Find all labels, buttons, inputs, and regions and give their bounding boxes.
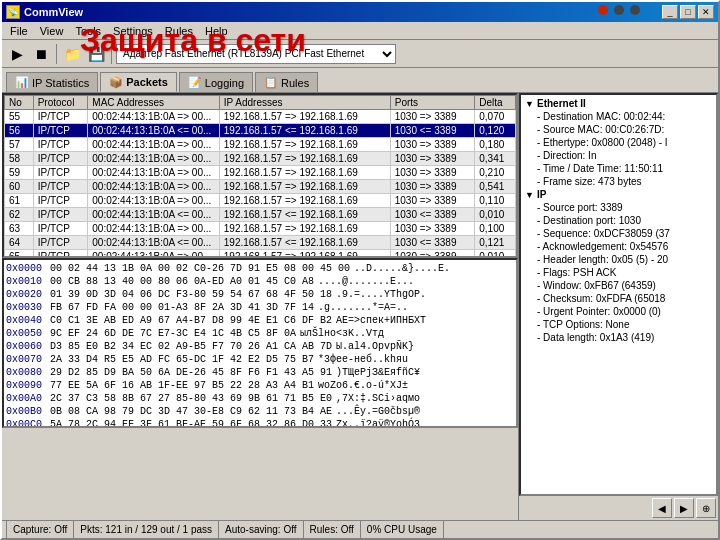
- rpanel-btn-2[interactable]: ▶: [674, 498, 694, 518]
- table-cell: 1030 => 3389: [390, 138, 475, 152]
- rpanel-btn-1[interactable]: ◀: [652, 498, 672, 518]
- packet-table-container[interactable]: No Protocol MAC Addresses IP Addresses P…: [2, 93, 518, 258]
- save-button[interactable]: 💾: [85, 43, 107, 65]
- tree-item: - Direction: In: [523, 149, 714, 162]
- tree-item: - Acknowledgement: 0x54576: [523, 240, 714, 253]
- table-row[interactable]: 62IP/TCP00:02:44:13:1B:0A <= 00...192.16…: [5, 208, 516, 222]
- table-cell: 55: [5, 110, 34, 124]
- tab-ip-statistics[interactable]: 📊 IP Statistics: [6, 72, 98, 92]
- hex-ascii: *3фее-неб..khяu: [318, 353, 408, 366]
- tab-logging[interactable]: 📝 Logging: [179, 72, 253, 92]
- tree-item: - Window: 0xFB67 (64359): [523, 279, 714, 292]
- hex-bytes: 29 D2 85 D9 BA 50 6A DE-26 45 8F F6 F1 4…: [50, 366, 332, 379]
- hex-ascii: .g.......*=A=..: [318, 301, 408, 314]
- hex-ascii: Ы.аl4.ОрvрÑK}: [336, 340, 414, 353]
- right-panel-buttons: ◀ ▶ ⊕: [519, 496, 718, 520]
- hex-address: 0x0010: [6, 275, 46, 288]
- table-row[interactable]: 56IP/TCP00:02:44:13:1B:0A <= 00...192.16…: [5, 124, 516, 138]
- table-cell: 192.168.1.57 => 192.168.1.69: [219, 152, 390, 166]
- table-cell: 0,121: [475, 236, 516, 250]
- table-cell: 1030 <= 3389: [390, 124, 475, 138]
- tab-packets-label: Packets: [126, 76, 168, 88]
- open-button[interactable]: 📁: [61, 43, 83, 65]
- menu-file[interactable]: File: [4, 23, 34, 39]
- tree-section-header[interactable]: ▼Ethernet II: [523, 97, 714, 110]
- table-cell: 192.168.1.57 => 192.168.1.69: [219, 180, 390, 194]
- close-button[interactable]: ✕: [698, 5, 714, 19]
- table-row[interactable]: 63IP/TCP00:02:44:13:1B:0A => 00...192.16…: [5, 222, 516, 236]
- tree-item: - Flags: PSH ACK: [523, 266, 714, 279]
- menu-help[interactable]: Help: [199, 23, 234, 39]
- status-pkts: Pkts: 121 in / 129 out / 1 pass: [74, 521, 219, 538]
- tree-item: - Destination port: 1030: [523, 214, 714, 227]
- table-cell: 00:02:44:13:1B:0A <= 00...: [88, 124, 219, 138]
- table-row[interactable]: 60IP/TCP00:02:44:13:1B:0A => 00...192.16…: [5, 180, 516, 194]
- table-cell: 0,180: [475, 138, 516, 152]
- tree-item-value: Frame size: 473 bytes: [543, 176, 641, 187]
- table-cell: 0,120: [475, 124, 516, 138]
- table-row[interactable]: 64IP/TCP00:02:44:13:1B:0A <= 00...192.16…: [5, 236, 516, 250]
- tab-ip-statistics-label: IP Statistics: [32, 77, 89, 89]
- table-cell: IP/TCP: [33, 236, 88, 250]
- tree-item-value: Urgent Pointer: 0x0000 (0): [543, 306, 661, 317]
- hex-line: 0x00B00B 08 CA 98 79 DC 3D 47 30-E8 C9 6…: [6, 405, 514, 418]
- hex-dump[interactable]: 0x000000 02 44 13 1B 0A 00 02 C0-26 7D 9…: [2, 258, 518, 428]
- table-row[interactable]: 59IP/TCP00:02:44:13:1B:0A => 00...192.16…: [5, 166, 516, 180]
- adapter-select[interactable]: Адаптер Fast Ethernet (RTL8139A) PCI Fas…: [116, 44, 396, 64]
- table-row[interactable]: 57IP/TCP00:02:44:13:1B:0A => 00...192.16…: [5, 138, 516, 152]
- hex-bytes: 5A 78 2C 94 EF 3F 61 BF-AE 59 6F 68 32 8…: [50, 418, 332, 428]
- table-row[interactable]: 65IP/TCP00:02:44:13:1B:0A => 00...192.16…: [5, 250, 516, 259]
- table-row[interactable]: 55IP/TCP00:02:44:13:1B:0A => 00...192.16…: [5, 110, 516, 124]
- play-button[interactable]: ▶: [6, 43, 28, 65]
- table-row[interactable]: 61IP/TCP00:02:44:13:1B:0A => 00...192.16…: [5, 194, 516, 208]
- tab-logging-icon: 📝: [188, 76, 202, 89]
- stop-button[interactable]: ⏹: [30, 43, 52, 65]
- table-cell: 192.168.1.57 <= 192.168.1.69: [219, 208, 390, 222]
- table-cell: 0,010: [475, 208, 516, 222]
- hex-ascii: AE=>спек+ИПНБХТ: [336, 314, 426, 327]
- tree-view[interactable]: ▼Ethernet II- Destination MAC: 00:02:44:…: [519, 93, 718, 496]
- table-cell: 00:02:44:13:1B:0A <= 00...: [88, 208, 219, 222]
- tab-rules-icon: 📋: [264, 76, 278, 89]
- hex-ascii: ...Êy.=G0čbsµ®: [336, 405, 420, 418]
- table-cell: 61: [5, 194, 34, 208]
- menu-view[interactable]: View: [34, 23, 70, 39]
- hex-ascii: ..D.....&}....E.: [354, 262, 450, 275]
- tree-section[interactable]: ▼IP- Source port: 3389- Destination port…: [523, 188, 714, 344]
- tab-rules[interactable]: 📋 Rules: [255, 72, 318, 92]
- menu-settings[interactable]: Settings: [107, 23, 159, 39]
- tree-section[interactable]: ▼Ethernet II- Destination MAC: 00:02:44:…: [523, 97, 714, 188]
- hex-address: 0x00C0: [6, 418, 46, 428]
- table-row[interactable]: 58IP/TCP00:02:44:13:1B:0A => 00...192.16…: [5, 152, 516, 166]
- maximize-button[interactable]: □: [680, 5, 696, 19]
- table-cell: IP/TCP: [33, 208, 88, 222]
- menu-rules[interactable]: Rules: [159, 23, 199, 39]
- tree-item-value: Window: 0xFB67 (64359): [543, 280, 656, 291]
- table-cell: IP/TCP: [33, 138, 88, 152]
- tree-item: - TCP Options: None: [523, 318, 714, 331]
- table-cell: 1030 => 3389: [390, 222, 475, 236]
- menu-tools[interactable]: Tools: [69, 23, 107, 39]
- table-cell: 00:02:44:13:1B:0A => 00...: [88, 110, 219, 124]
- tree-item-value: Flags: PSH ACK: [543, 267, 616, 278]
- menu-bar: File View Tools Settings Rules Help: [2, 22, 718, 40]
- table-cell: 00:02:44:13:1B:0A <= 00...: [88, 236, 219, 250]
- col-ip: IP Addresses: [219, 96, 390, 110]
- hex-ascii: ....@.......E...: [318, 275, 414, 288]
- main-content: No Protocol MAC Addresses IP Addresses P…: [2, 93, 718, 520]
- tab-packets[interactable]: 📦 Packets: [100, 72, 177, 92]
- minimize-button[interactable]: _: [662, 5, 678, 19]
- table-cell: 1030 => 3389: [390, 180, 475, 194]
- tree-item-value: Direction: In: [543, 150, 596, 161]
- tree-section-header[interactable]: ▼IP: [523, 188, 714, 201]
- tree-item-value: Header length: 0x05 (5) - 20: [543, 254, 668, 265]
- tree-item-value: Source MAC: 00:C0:26:7D:: [543, 124, 664, 135]
- hex-ascii: woZo6.€.о-ú*XJ±: [318, 379, 408, 392]
- table-cell: 00:02:44:13:1B:0A => 00...: [88, 180, 219, 194]
- tree-item: - Frame size: 473 bytes: [523, 175, 714, 188]
- rpanel-btn-3[interactable]: ⊕: [696, 498, 716, 518]
- table-cell: 1030 => 3389: [390, 152, 475, 166]
- tab-bar: 📊 IP Statistics 📦 Packets 📝 Logging 📋 Ru…: [2, 68, 718, 93]
- hex-line: 0x002001 39 0D 3D 04 06 DC F3-80 59 54 6…: [6, 288, 514, 301]
- hex-bytes: 9C EF 24 6D DE 7C E7-3C E4 1C 4B C5 8F 0…: [50, 327, 296, 340]
